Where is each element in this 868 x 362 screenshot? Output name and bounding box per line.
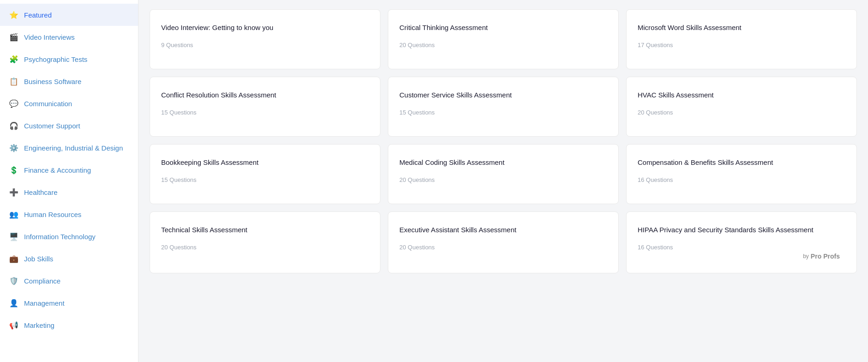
sidebar-item-video-interviews[interactable]: 🎬 Video Interviews: [0, 26, 138, 48]
assessment-card[interactable]: Executive Assistant Skills Assessment 20…: [388, 211, 619, 273]
card-questions: 17 Questions: [638, 42, 845, 48]
sidebar-item-finance-accounting[interactable]: 💲 Finance & Accounting: [0, 159, 138, 181]
psychographic-tests-icon: 🧩: [9, 54, 18, 64]
sidebar-item-label: Featured: [24, 11, 129, 19]
assessment-card[interactable]: Microsoft Word Skills Assessment 17 Ques…: [626, 9, 857, 69]
healthcare-icon: ➕: [9, 187, 18, 197]
sidebar-item-label: Engineering, Industrial & Design: [24, 144, 129, 152]
sidebar-item-label: Marketing: [24, 321, 129, 329]
assessment-card[interactable]: Conflict Resolution Skills Assessment 15…: [150, 77, 380, 137]
card-questions: 9 Questions: [161, 42, 369, 48]
sidebar-item-label: Customer Support: [24, 122, 129, 130]
card-questions: 15 Questions: [399, 109, 607, 116]
assessment-card[interactable]: Customer Service Skills Assessment 15 Qu…: [388, 77, 619, 137]
sidebar-item-label: Business Software: [24, 78, 129, 85]
information-technology-icon: 🖥️: [9, 232, 18, 241]
card-title: Compensation & Benefits Skills Assessmen…: [638, 157, 845, 167]
assessment-card[interactable]: HVAC Skills Assessment 20 Questions: [626, 77, 857, 137]
finance-accounting-icon: 💲: [9, 165, 18, 175]
sidebar-item-business-software[interactable]: 📋 Business Software: [0, 70, 138, 92]
card-title: Executive Assistant Skills Assessment: [399, 225, 607, 235]
human-resources-icon: 👥: [9, 210, 18, 219]
assessment-card[interactable]: HIPAA Privacy and Security Standards Ski…: [626, 211, 857, 273]
sidebar-item-featured[interactable]: ⭐ Featured: [0, 4, 138, 26]
job-skills-icon: 💼: [9, 254, 18, 263]
management-icon: 👤: [9, 298, 18, 308]
video-interviews-icon: 🎬: [9, 32, 18, 42]
sidebar-item-label: Finance & Accounting: [24, 166, 129, 174]
marketing-icon: 📢: [9, 320, 18, 330]
cards-grid: Video Interview: Getting to know you 9 Q…: [150, 9, 857, 273]
assessment-card[interactable]: Critical Thinking Assessment 20 Question…: [388, 9, 619, 69]
main-content: Video Interview: Getting to know you 9 Q…: [139, 0, 868, 362]
sidebar-item-label: Job Skills: [24, 255, 129, 263]
card-title: Microsoft Word Skills Assessment: [638, 23, 845, 32]
card-title: Video Interview: Getting to know you: [161, 23, 369, 32]
card-questions: 20 Questions: [399, 42, 607, 48]
sidebar-item-label: Video Interviews: [24, 33, 129, 41]
sidebar-item-label: Human Resources: [24, 211, 129, 218]
card-questions: 16 Questions: [638, 176, 845, 183]
card-questions: 20 Questions: [399, 176, 607, 183]
sidebar-item-label: Healthcare: [24, 188, 129, 196]
compliance-icon: 🛡️: [9, 276, 18, 285]
sidebar-item-label: Information Technology: [24, 233, 129, 241]
sidebar-item-marketing[interactable]: 📢 Marketing: [0, 314, 138, 336]
sidebar: ⭐ Featured 🎬 Video Interviews 🧩 Psychogr…: [0, 0, 139, 362]
card-title: Critical Thinking Assessment: [399, 23, 607, 32]
proprofs-brand: by ProProfs: [638, 251, 845, 262]
sidebar-item-label: Psychographic Tests: [24, 55, 129, 63]
sidebar-item-management[interactable]: 👤 Management: [0, 292, 138, 314]
communication-icon: 💬: [9, 99, 18, 108]
brand-name: ProProfs: [811, 253, 842, 260]
card-title: HVAC Skills Assessment: [638, 90, 845, 100]
business-software-icon: 📋: [9, 77, 18, 86]
sidebar-item-label: Management: [24, 299, 129, 307]
card-questions: 15 Questions: [161, 176, 369, 183]
assessment-card[interactable]: Compensation & Benefits Skills Assessmen…: [626, 144, 857, 204]
card-questions: 20 Questions: [399, 244, 607, 251]
sidebar-item-psychographic-tests[interactable]: 🧩 Psychographic Tests: [0, 48, 138, 70]
card-title: Medical Coding Skills Assessment: [399, 157, 607, 167]
assessment-card[interactable]: Video Interview: Getting to know you 9 Q…: [150, 9, 380, 69]
assessment-card[interactable]: Medical Coding Skills Assessment 20 Ques…: [388, 144, 619, 204]
card-questions: 20 Questions: [638, 109, 845, 116]
featured-icon: ⭐: [9, 10, 18, 19]
sidebar-item-healthcare[interactable]: ➕ Healthcare: [0, 181, 138, 203]
sidebar-item-human-resources[interactable]: 👥 Human Resources: [0, 203, 138, 225]
sidebar-item-compliance[interactable]: 🛡️ Compliance: [0, 270, 138, 292]
brand-by-text: by: [803, 253, 809, 259]
card-questions: 15 Questions: [161, 109, 369, 116]
engineering-industrial-design-icon: ⚙️: [9, 143, 18, 152]
card-questions: 16 Questions: [638, 244, 845, 251]
card-title: Bookkeeping Skills Assessment: [161, 157, 369, 167]
sidebar-item-engineering-industrial-design[interactable]: ⚙️ Engineering, Industrial & Design: [0, 137, 138, 159]
card-title: Technical Skills Assessment: [161, 225, 369, 235]
sidebar-item-job-skills[interactable]: 💼 Job Skills: [0, 247, 138, 270]
card-title: HIPAA Privacy and Security Standards Ski…: [638, 225, 845, 235]
assessment-card[interactable]: Bookkeeping Skills Assessment 15 Questio…: [150, 144, 380, 204]
sidebar-item-label: Communication: [24, 100, 129, 108]
customer-support-icon: 🎧: [9, 121, 18, 130]
sidebar-item-label: Compliance: [24, 277, 129, 285]
card-title: Customer Service Skills Assessment: [399, 90, 607, 100]
sidebar-item-information-technology[interactable]: 🖥️ Information Technology: [0, 225, 138, 247]
card-title: Conflict Resolution Skills Assessment: [161, 90, 369, 100]
sidebar-item-customer-support[interactable]: 🎧 Customer Support: [0, 115, 138, 137]
sidebar-item-communication[interactable]: 💬 Communication: [0, 92, 138, 115]
card-questions: 20 Questions: [161, 244, 369, 251]
assessment-card[interactable]: Technical Skills Assessment 20 Questions: [150, 211, 380, 273]
